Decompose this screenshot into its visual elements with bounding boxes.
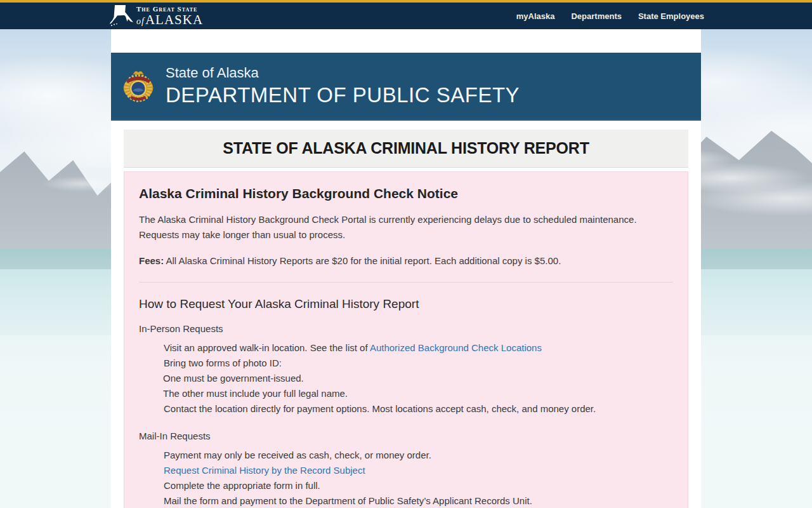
dps-badge-icon [121,67,155,104]
list-item: The other must include your full legal n… [139,386,673,401]
list-item: One must be government-issued. [139,371,673,386]
report-title-bar: STATE OF ALASKA CRIMINAL HISTORY REPORT [124,130,688,168]
list-item-text: Visit an approved walk-in location. See … [164,342,370,353]
list-item: Complete the appropriate form in full. [139,478,673,493]
mail-in-heading: Mail-In Requests [139,431,673,441]
list-item: Contact the location directly for paymen… [139,401,673,417]
fees-paragraph: Fees: All Alaska Criminal History Report… [139,253,673,269]
in-person-list: Visit an approved walk-in location. See … [139,340,673,417]
state-top-bar: The Great State ofALASKA myAlaska Depart… [0,0,812,29]
logo-alaska: ALASKA [145,12,203,27]
state-of-alaska-label: State of Alaska [166,65,520,81]
mail-in-list: Payment may only be received as cash, ch… [139,448,673,508]
nav-link-departments[interactable]: Departments [571,11,621,21]
department-title: DEPARTMENT OF PUBLIC SAFETY [166,83,520,107]
notice-heading: Alaska Criminal History Background Check… [139,186,673,201]
alaska-logo[interactable]: The Great State ofALASKA [109,4,203,27]
fees-text: All Alaska Criminal History Reports are … [164,255,561,266]
request-by-record-subject-link[interactable]: Request Criminal History by the Record S… [164,465,365,476]
section-divider [139,282,673,283]
content-area: STATE OF ALASKA CRIMINAL HISTORY REPORT … [124,130,688,508]
list-item: Visit an approved walk-in location. See … [139,340,673,356]
howto-heading: How to Request Your Alaska Criminal Hist… [139,297,673,311]
notice-body: The Alaska Criminal History Background C… [139,212,673,243]
nav-link-state-employees[interactable]: State Employees [638,11,704,21]
list-item: Request Criminal History by the Record S… [139,463,673,478]
list-item: Mail the form and payment to the Departm… [139,493,673,508]
logo-of: of [136,17,145,26]
nav-link-myalaska[interactable]: myAlaska [516,11,555,21]
photo-id-sublist: One must be government-issued. The other… [139,371,673,401]
authorized-locations-link[interactable]: Authorized Background Check Locations [370,342,542,353]
page-column: State of Alaska DEPARTMENT OF PUBLIC SAF… [111,29,701,508]
alaska-logo-text: The Great State ofALASKA [136,6,203,27]
fees-label: Fees: [139,255,164,266]
list-item: Payment may only be received as cash, ch… [139,448,673,463]
in-person-heading: In-Person Requests [139,323,673,334]
department-header-band: State of Alaska DEPARTMENT OF PUBLIC SAF… [111,53,701,121]
notice-panel: Alaska Criminal History Background Check… [124,171,688,508]
list-item: Bring two forms of photo ID: [139,356,673,371]
department-titles: State of Alaska DEPARTMENT OF PUBLIC SAF… [166,65,520,107]
logo-name: ofALASKA [136,13,203,27]
page-title: STATE OF ALASKA CRIMINAL HISTORY REPORT [223,139,589,157]
alaska-state-icon [109,4,134,27]
top-navigation: myAlaska Departments State Employees [516,11,812,21]
